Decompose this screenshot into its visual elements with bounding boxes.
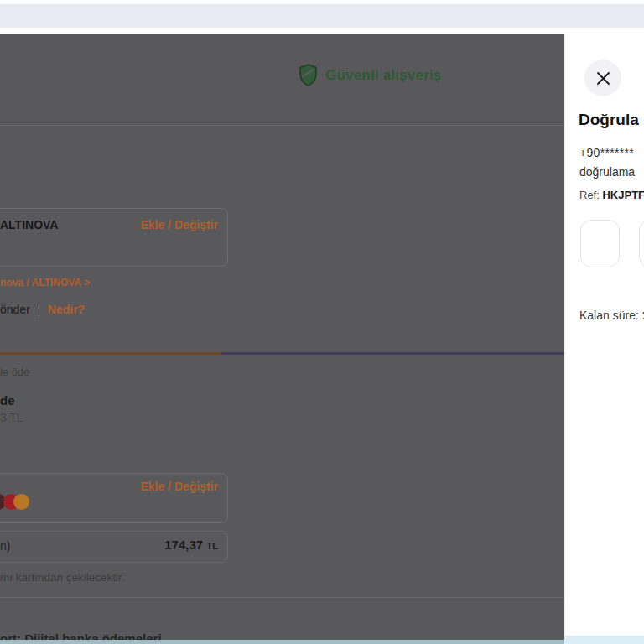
installment-option-price: 3 TL: [0, 411, 23, 424]
verification-description: doğrulama: [579, 165, 635, 179]
total-row-label: n): [0, 539, 10, 553]
remaining-time-row: Kalan süre: 1: [579, 309, 644, 322]
bottom-strip: [565, 636, 644, 644]
checkout-page-dimmed: Güvenli alışveriş ALTINOVA Ekle / Değişt…: [0, 34, 565, 644]
installment-option-title[interactable]: de: [0, 393, 15, 408]
charge-note: mı kartından çekilecektir.: [0, 571, 125, 584]
total-amount-value: 174,37: [164, 538, 203, 552]
close-icon: [595, 70, 611, 86]
reference-code-row: Ref: HKJPTF: [579, 189, 644, 201]
address-breadcrumb-link[interactable]: nova / ALTINOVA >: [0, 277, 90, 288]
address-title: ALTINOVA: [0, 218, 58, 231]
payment-tab-active-underline: [0, 352, 221, 355]
secure-shopping-label: Güvenli alışveriş: [325, 67, 442, 84]
divider: [39, 304, 39, 316]
divider: [0, 125, 565, 126]
otp-input-1[interactable]: [580, 220, 620, 267]
invoice-row: önder Nedir?: [0, 303, 85, 316]
reference-label: Ref:: [579, 189, 600, 201]
what-is-link[interactable]: Nedir?: [48, 303, 85, 316]
close-button[interactable]: [584, 60, 621, 96]
divider: [0, 597, 565, 598]
bottom-strip: [0, 640, 565, 644]
payment-tab-underline: [221, 352, 565, 355]
address-edit-button[interactable]: Ekle / Değiştir: [139, 218, 218, 231]
address-card: [0, 208, 228, 267]
card-edit-button[interactable]: Ekle / Değiştir: [139, 480, 218, 493]
total-amount: 174,37 TL: [101, 538, 218, 553]
screenshot-root: Güvenli alışveriş ALTINOVA Ekle / Değişt…: [0, 0, 644, 644]
mastercard-icon: [0, 494, 34, 511]
invoice-text-fragment: önder: [0, 303, 30, 316]
panel-title: Doğrula: [579, 111, 639, 129]
shield-icon: [299, 64, 318, 86]
reference-code: HKJPTF: [602, 189, 644, 201]
otp-input-2[interactable]: [639, 220, 644, 267]
masked-phone-text: +90*******: [579, 146, 634, 159]
secure-shopping-badge: Güvenli alışveriş: [299, 64, 442, 86]
remaining-time-label: Kalan süre:: [579, 309, 639, 322]
otp-verification-panel: Doğrula +90******* doğrulama Ref: HKJPTF…: [565, 34, 644, 644]
total-amount-currency: TL: [207, 541, 218, 551]
top-page-strip: [0, 4, 644, 28]
payment-tab-label[interactable]: le öde: [0, 366, 29, 378]
